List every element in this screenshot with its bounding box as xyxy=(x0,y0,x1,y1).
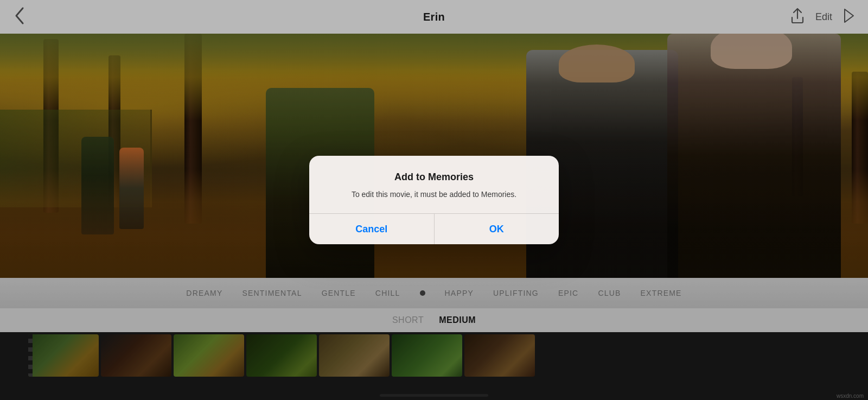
modal-title: Add to Memories xyxy=(327,171,541,183)
modal-cancel-button[interactable]: Cancel xyxy=(309,214,434,244)
modal-body: Add to Memories To edit this movie, it m… xyxy=(309,156,559,213)
modal-message: To edit this movie, it must be added to … xyxy=(327,189,541,200)
modal-overlay: Add to Memories To edit this movie, it m… xyxy=(0,0,868,400)
modal-dialog: Add to Memories To edit this movie, it m… xyxy=(309,156,559,244)
modal-buttons: Cancel OK xyxy=(309,214,559,244)
modal-ok-button[interactable]: OK xyxy=(435,214,559,244)
